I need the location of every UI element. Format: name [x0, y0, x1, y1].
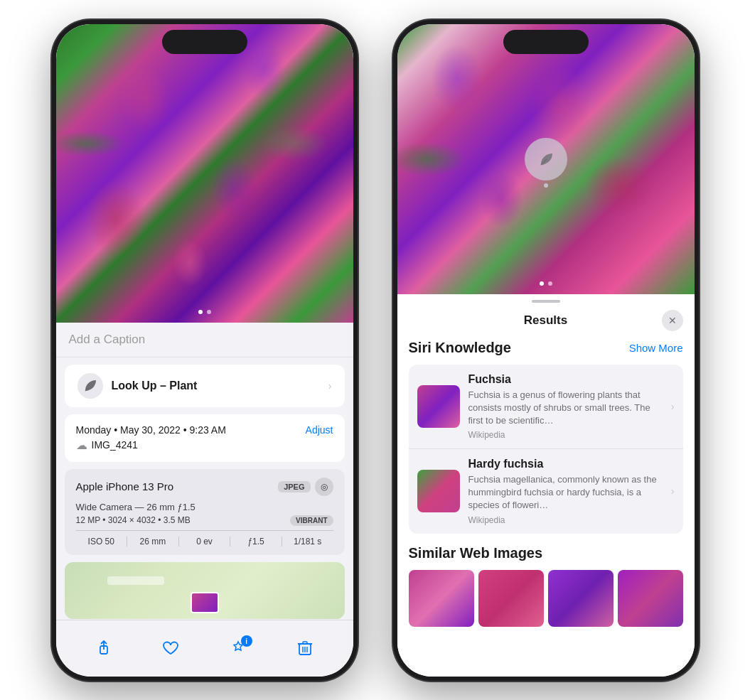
- exif-shutter: 1/181 s: [282, 537, 333, 546]
- exif-iso: ISO 50: [76, 537, 128, 546]
- scene: Add a Caption Look Up – Plant ›: [0, 0, 750, 700]
- notch-right: [503, 30, 589, 54]
- photo-area-left[interactable]: [56, 24, 353, 323]
- fuchsia-source: Wikipedia: [468, 430, 665, 440]
- camera-lens: Wide Camera — 26 mm ƒ1.5: [76, 502, 333, 512]
- map-preview[interactable]: [65, 562, 345, 619]
- cloud-icon: ☁: [76, 438, 87, 452]
- similar-image-3[interactable]: [548, 570, 614, 627]
- trash-icon: [298, 640, 312, 657]
- knowledge-item-fuchsia[interactable]: Fuchsia Fuchsia is a genus of flowering …: [409, 365, 683, 450]
- exif-aperture: ƒ1.5: [230, 537, 282, 546]
- show-more-button[interactable]: Show More: [629, 342, 683, 354]
- meta-section: Monday • May 30, 2022 • 9:23 AM Adjust ☁…: [65, 414, 345, 462]
- exif-ev: 0 ev: [179, 537, 231, 546]
- hardy-chevron-icon: ›: [671, 485, 675, 497]
- similar-images-title: Similar Web Images: [409, 545, 683, 561]
- notch: [162, 30, 247, 54]
- sheet-handle-bar: [532, 300, 560, 303]
- similar-images-grid: [409, 570, 683, 627]
- exif-focal: 26 mm: [127, 537, 179, 546]
- exif-row: ISO 50 26 mm 0 ev ƒ1.5 1/181 s: [76, 530, 333, 546]
- location-badge: ◎: [315, 478, 333, 496]
- camera-model-row: Apple iPhone 13 Pro JPEG ◎: [76, 478, 333, 496]
- close-button[interactable]: ✕: [662, 310, 683, 331]
- dot-2: [207, 310, 211, 314]
- info-badge: i: [241, 635, 252, 647]
- dot-r2: [548, 281, 552, 286]
- favorite-button[interactable]: [155, 632, 186, 664]
- heart-icon: [162, 640, 179, 656]
- delete-button[interactable]: [289, 632, 321, 664]
- camera-badges: JPEG ◎: [278, 478, 333, 496]
- camera-section: Apple iPhone 13 Pro JPEG ◎ Wide Camera —…: [65, 469, 345, 555]
- page-indicator-right: [540, 281, 552, 286]
- fuchsia-thumbnail: [417, 385, 460, 428]
- fuchsia-desc: Fuchsia is a genus of flowering plants t…: [468, 389, 665, 428]
- lookup-row[interactable]: Look Up – Plant ›: [65, 365, 345, 407]
- knowledge-card: Fuchsia Fuchsia is a genus of flowering …: [409, 365, 683, 534]
- flower-image-left: [56, 24, 353, 323]
- lookup-icon-circle: [77, 373, 103, 399]
- similar-image-2[interactable]: [478, 570, 544, 627]
- dot-r1: [540, 281, 544, 286]
- similar-image-1[interactable]: [409, 570, 474, 627]
- adjust-button[interactable]: Adjust: [306, 424, 333, 436]
- right-phone-screen: Results ✕ Siri Knowledge Show More: [397, 24, 695, 677]
- left-screen-content: Add a Caption Look Up – Plant ›: [56, 24, 353, 677]
- sheet-handle: [397, 294, 695, 306]
- fuchsia-text: Fuchsia Fuchsia is a genus of flowering …: [468, 373, 665, 441]
- left-phone-screen: Add a Caption Look Up – Plant ›: [56, 24, 353, 677]
- camera-specs-row: 12 MP • 3024 × 4032 • 3.5 MB VIBRANT: [76, 515, 333, 526]
- hardy-name: Hardy fuchsia: [468, 458, 665, 470]
- hardy-source: Wikipedia: [468, 515, 665, 525]
- results-content: Siri Knowledge Show More Fuchsia Fuchsia…: [397, 340, 695, 677]
- siri-knowledge-header: Siri Knowledge Show More: [409, 340, 683, 356]
- hardy-text: Hardy fuchsia Fuchsia magellanica, commo…: [468, 458, 665, 525]
- vibrant-badge: VIBRANT: [290, 515, 333, 526]
- left-phone: Add a Caption Look Up – Plant ›: [52, 20, 358, 681]
- meta-date-row: Monday • May 30, 2022 • 9:23 AM Adjust: [76, 424, 333, 436]
- share-button[interactable]: [88, 632, 119, 664]
- map-inner: [65, 562, 345, 619]
- fuchsia-name: Fuchsia: [468, 373, 665, 386]
- info-button[interactable]: i: [223, 632, 254, 664]
- meta-date: Monday • May 30, 2022 • 9:23 AM: [76, 424, 226, 436]
- map-photo-thumb: [191, 592, 219, 613]
- megapixels: 12 MP • 3024 × 4032 • 3.5 MB: [76, 515, 191, 525]
- visual-lookup-button[interactable]: [525, 138, 567, 181]
- lookup-chevron-icon: ›: [328, 380, 332, 392]
- photo-area-right[interactable]: [397, 24, 695, 294]
- meta-filename-row: ☁ IMG_4241: [76, 438, 333, 452]
- toolbar: i: [56, 620, 353, 677]
- right-phone: Results ✕ Siri Knowledge Show More: [393, 20, 699, 681]
- hardy-desc: Fuchsia magellanica, commonly known as t…: [468, 473, 665, 512]
- results-title: Results: [430, 313, 662, 328]
- siri-knowledge-title: Siri Knowledge: [409, 340, 511, 356]
- dot-1: [198, 310, 203, 314]
- page-indicator: [198, 310, 211, 314]
- camera-model: Apple iPhone 13 Pro: [76, 480, 174, 492]
- right-screen-content: Results ✕ Siri Knowledge Show More: [397, 24, 695, 677]
- fuchsia-chevron-icon: ›: [671, 401, 675, 412]
- svg-rect-5: [303, 642, 307, 644]
- knowledge-item-hardy[interactable]: Hardy fuchsia Fuchsia magellanica, commo…: [409, 449, 683, 534]
- similar-section: Similar Web Images: [409, 545, 683, 627]
- jpeg-badge: JPEG: [278, 481, 310, 492]
- leaf-lookup-icon: [535, 149, 557, 170]
- hardy-thumbnail: [417, 470, 460, 512]
- lookup-dot: [544, 183, 548, 188]
- caption-input[interactable]: Add a Caption: [56, 323, 353, 357]
- results-sheet: Results ✕ Siri Knowledge Show More: [397, 294, 695, 677]
- leaf-icon: [80, 376, 100, 396]
- filename: IMG_4241: [92, 439, 138, 451]
- lookup-text: Look Up – Plant: [112, 379, 198, 392]
- similar-image-4[interactable]: [618, 570, 683, 627]
- share-icon: [96, 640, 112, 656]
- results-header: Results ✕: [397, 306, 695, 340]
